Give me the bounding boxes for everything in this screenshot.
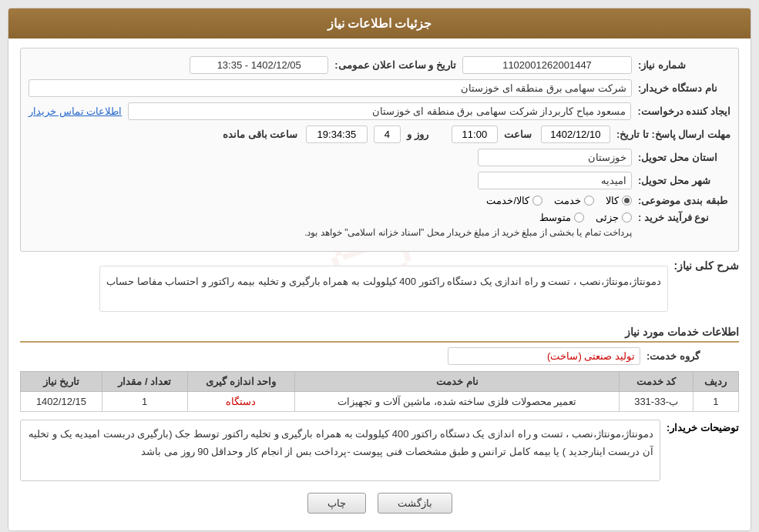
process-motavaset-item: متوسط — [539, 212, 584, 223]
service-group-row: گروه خدمت: تولید صنعتی (ساخت) — [20, 347, 739, 365]
buyer-note-label: توضیحات خریدار: — [667, 420, 739, 433]
requester-value: شرکت سهامی برق منطقه ای خوزستان — [29, 79, 632, 97]
city-value: امیدیه — [478, 172, 632, 189]
cell-service-code: ب-33-331 — [620, 392, 693, 412]
category-khedmat-label: خدمت — [554, 195, 581, 206]
deadline-time: 11:00 — [452, 125, 498, 143]
category-radio-group: کالا خدمت کالا/خدمت — [486, 195, 632, 206]
contact-link[interactable]: اطلاعات تماس خریدار — [29, 105, 122, 117]
col-unit: واحد اندازه گیری — [187, 372, 295, 392]
back-button[interactable]: بازگشت — [378, 493, 452, 514]
creator-label: ایجاد کننده درخواست: — [637, 105, 730, 117]
deadline-date: 1402/12/10 — [541, 125, 610, 143]
service-group-value: تولید صنعتی (ساخت) — [448, 347, 640, 365]
creator-row: ایجاد کننده درخواست: مسعود میاح کاربرداز… — [29, 102, 730, 120]
province-row: استان محل تحویل: خوزستان — [29, 149, 730, 166]
description-box: دمونتاژ،مونتاژ،نصب ، تست و راه اندازی یک… — [99, 266, 668, 312]
button-row: بازگشت چاپ — [20, 493, 739, 521]
buyer-note-value: دمونتاژ،مونتاژ،نصب ، تست و راه اندازی یک… — [29, 428, 653, 457]
cell-date: 1402/12/15 — [21, 392, 102, 412]
date-value: 1402/12/05 - 13:35 — [190, 56, 328, 74]
city-label: شهر محل تحویل: — [638, 175, 730, 186]
col-quantity: تعداد / مقدار — [102, 372, 187, 392]
deadline-label: مهلت ارسال پاسخ: تا تاریخ: — [616, 129, 730, 140]
requester-row: نام دستگاه خریدار: شرکت سهامی برق منطقه … — [29, 79, 730, 97]
process-label: نوع فرآیند خرید : — [638, 212, 730, 223]
process-radio-group: جزئی متوسط — [304, 212, 632, 223]
buyer-note-box: دمونتاژ،مونتاژ،نصب ، تست و راه اندازی یک… — [20, 420, 660, 481]
payment-note: پرداخت تمام یا بخشی از مبلغ خرید از مبلغ… — [304, 227, 632, 238]
process-motavaset-label: متوسط — [539, 212, 571, 223]
process-motavaset-radio[interactable] — [574, 212, 584, 223]
category-row: طبقه بندی موضوعی: کالا خدمت — [29, 195, 730, 206]
category-kala-khedmat-label: کالا/خدمت — [486, 195, 529, 206]
deadline-time-label: ساعت — [504, 129, 535, 140]
requester-label: نام دستگاه خریدار: — [638, 82, 730, 94]
service-group-label: گروه خدمت: — [646, 350, 739, 362]
category-khedmat-radio[interactable] — [584, 196, 594, 206]
cell-service-name: تعمیر محصولات فلزی ساخته شده، ماشین آلات… — [295, 392, 620, 412]
need-info-section: شماره نیاز: 1102001262001447 تاریخ و ساع… — [20, 48, 739, 252]
creator-value: مسعود میاح کاربرداز شرکت سهامی برق منطقه… — [128, 102, 631, 120]
need-number-label: شماره نیاز: — [638, 59, 730, 71]
table-body: 1 ب-33-331 تعمیر محصولات فلزی ساخته شده،… — [21, 392, 739, 412]
deadline-remaining: 19:34:35 — [306, 125, 368, 143]
description-row: شرح کلی نیاز: دمونتاژ،مونتاژ،نصب ، تست و… — [20, 259, 739, 318]
need-number-value: 1102001262001447 — [462, 56, 632, 74]
category-khedmat-item: خدمت — [554, 195, 594, 206]
category-kala-radio[interactable] — [622, 196, 632, 206]
service-section-title: اطلاعات خدمات مورد نیاز — [20, 326, 739, 343]
category-kala-label: کالا — [606, 195, 619, 206]
page-title: جزئیات اطلاعات نیاز — [327, 17, 432, 30]
buyer-note-row: توضیحات خریدار: دمونتاژ،مونتاژ،نصب ، تست… — [20, 420, 739, 481]
col-service-code: کد خدمت — [620, 372, 693, 392]
province-value: خوزستان — [478, 149, 632, 166]
cell-unit: دستگاه — [187, 392, 295, 412]
city-row: شهر محل تحویل: امیدیه — [29, 172, 730, 189]
need-number-row: شماره نیاز: 1102001262001447 تاریخ و ساع… — [29, 56, 730, 74]
print-button[interactable]: چاپ — [307, 493, 366, 514]
process-jozii-radio[interactable] — [622, 212, 632, 223]
category-kala-khedmat-radio[interactable] — [532, 196, 542, 206]
process-jozii-item: جزئی — [596, 212, 632, 223]
description-label: شرح کلی نیاز: — [674, 259, 739, 272]
cell-row-num: 1 — [693, 392, 738, 412]
deadline-day-label: روز و — [407, 129, 445, 140]
col-row-num: ردیف — [693, 372, 738, 392]
deadline-remaining-label: ساعت باقی مانده — [223, 129, 300, 140]
deadline-days: 4 — [374, 125, 401, 143]
col-service-name: نام خدمت — [295, 372, 620, 392]
deadline-row: مهلت ارسال پاسخ: تا تاریخ: 1402/12/10 سا… — [29, 125, 730, 143]
description-value: دمونتاژ،مونتاژ،نصب ، تست و راه اندازی یک… — [106, 276, 661, 287]
date-label: تاریخ و ساعت اعلان عمومی: — [334, 59, 456, 71]
province-label: استان محل تحویل: — [638, 152, 730, 163]
category-label: طبقه بندی موضوعی: — [638, 195, 730, 206]
category-kala-item: کالا — [606, 195, 632, 206]
category-kala-khedmat-item: کالا/خدمت — [486, 195, 542, 206]
table-row: 1 ب-33-331 تعمیر محصولات فلزی ساخته شده،… — [21, 392, 739, 412]
table-header-row: ردیف کد خدمت نام خدمت واحد اندازه گیری ت… — [21, 372, 739, 392]
page-header: جزئیات اطلاعات نیاز — [8, 8, 751, 38]
service-table: ردیف کد خدمت نام خدمت واحد اندازه گیری ت… — [20, 371, 739, 412]
process-row: نوع فرآیند خرید : جزئی متوسط — [29, 212, 730, 238]
process-jozii-label: جزئی — [596, 212, 619, 223]
cell-quantity: 1 — [102, 392, 187, 412]
col-date: تاریخ نیاز — [21, 372, 102, 392]
